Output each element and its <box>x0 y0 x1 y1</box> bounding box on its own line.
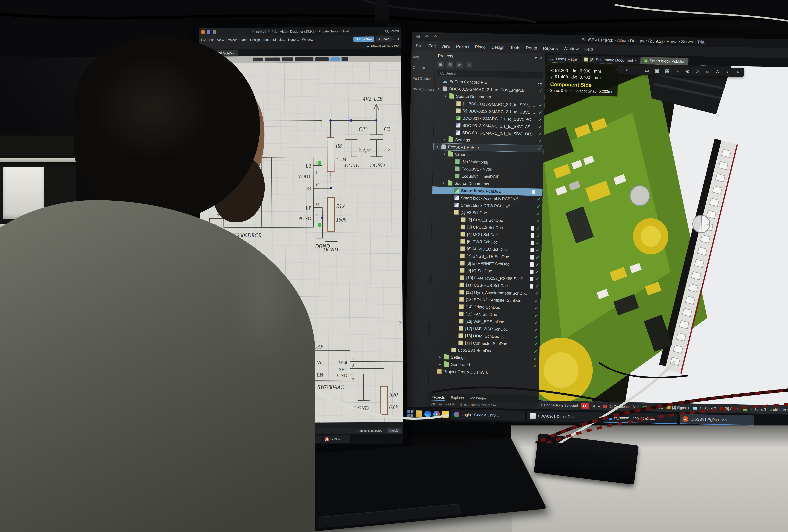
taskbar-app-button[interactable]: w_spase - app_stm32l... <box>603 412 677 424</box>
menu-item[interactable]: Window <box>564 46 579 52</box>
layer-tab[interactable]: [6] Signal 3 <box>743 407 766 411</box>
scroll-right-icon[interactable] <box>598 403 600 409</box>
menu-item[interactable]: Project <box>227 38 237 42</box>
sheet-chip[interactable] <box>295 57 313 61</box>
crosshair-icon[interactable] <box>634 67 640 73</box>
layer-tab[interactable]: [1] Component Side <box>603 404 639 409</box>
tree-expand-icon[interactable]: ▾ <box>435 145 439 149</box>
panel-tab[interactable]: Projects <box>431 394 445 400</box>
layer-tab[interactable]: [4] Signal 2 <box>693 406 716 411</box>
menu-item[interactable]: Tools <box>510 45 520 50</box>
val-c23[interactable]: 2.2µF <box>359 146 371 153</box>
sheet-chip[interactable] <box>282 57 293 61</box>
tree-expand-icon[interactable] <box>454 277 458 278</box>
gear-icon[interactable] <box>396 37 399 41</box>
taskbar-app-button[interactable]: BDC-0301-Direct Driv... <box>527 411 601 422</box>
menu-item[interactable]: Tools <box>263 38 270 42</box>
tree-expand-icon[interactable]: ▾ <box>441 181 446 185</box>
search-button[interactable]: Search <box>385 29 399 33</box>
tree-expand-icon[interactable] <box>449 169 453 169</box>
tree-expand-icon[interactable]: ▾ <box>436 87 441 91</box>
panel-settings-icon[interactable] <box>466 62 472 68</box>
via-icon[interactable] <box>685 68 690 74</box>
tree-expand-icon[interactable]: ▾ <box>442 152 446 156</box>
tree-expand-icon[interactable] <box>454 234 459 234</box>
tree-expand-icon[interactable]: ▾ <box>448 210 452 214</box>
edge-icon[interactable] <box>425 411 431 417</box>
tree-expand-icon[interactable] <box>453 314 457 314</box>
ref-r12[interactable]: R12 <box>336 203 345 210</box>
panel-tab[interactable]: Explorer <box>450 395 465 400</box>
more-options-icon[interactable] <box>538 81 543 86</box>
taskbar-app-button[interactable]: EcoSBV1.PrjPcb - Alti... <box>679 414 754 426</box>
document-tab[interactable]: (8) Schematic Document ▾ <box>580 56 640 64</box>
share-button[interactable]: Share <box>376 36 392 42</box>
menu-item[interactable]: Project <box>456 44 470 49</box>
sliver-item[interactable]: Part Choices <box>412 76 433 81</box>
menu-item[interactable]: View <box>441 44 451 49</box>
select-rect-icon[interactable] <box>644 68 650 73</box>
scroll-left-icon[interactable] <box>592 403 595 409</box>
tree-expand-icon[interactable] <box>453 328 457 329</box>
menu-item[interactable]: Edit <box>428 43 436 48</box>
menu-item[interactable]: Design <box>250 38 260 42</box>
line-icon[interactable] <box>725 69 730 75</box>
component-icon[interactable] <box>665 68 670 74</box>
panel-tab[interactable]: Messages <box>470 395 487 401</box>
polygon-icon[interactable] <box>705 69 710 74</box>
sliver-item[interactable]: Add <box>413 55 433 59</box>
net-label-4v2-lte[interactable]: 4V2_LTE <box>363 96 383 102</box>
tree-expand-icon[interactable]: ▸ <box>442 138 447 141</box>
start-button[interactable] <box>407 410 414 417</box>
val-r20[interactable]: 6.8k <box>389 404 398 410</box>
home-icon[interactable] <box>393 37 395 41</box>
taskbar-app-button[interactable]: EcoSBV1... <box>323 435 350 443</box>
pad-icon[interactable] <box>695 69 700 74</box>
panel-close-icon[interactable] <box>540 55 543 60</box>
ref-c23[interactable]: C23 <box>359 126 368 133</box>
chrome-icon[interactable] <box>433 411 440 417</box>
part-sy6280[interactable]: SY6280AAC <box>317 384 344 390</box>
menu-item[interactable]: Design <box>491 45 505 50</box>
tree-expand-icon[interactable] <box>450 111 454 111</box>
layer-tab[interactable]: [5] GND2 <box>720 407 740 411</box>
projects-search[interactable]: Search <box>437 70 543 78</box>
ref-r20[interactable]: R20 <box>389 391 398 398</box>
menu-item[interactable]: Edit <box>209 38 214 42</box>
tree-expand-icon[interactable]: ▸ <box>438 355 442 359</box>
tree-expand-icon[interactable] <box>437 81 441 82</box>
chevron-down-icon[interactable] <box>535 55 537 60</box>
sheet-chip[interactable] <box>315 57 329 61</box>
settings-icon[interactable] <box>213 30 216 34</box>
sticky-notes-icon[interactable] <box>442 411 449 418</box>
menu-item[interactable]: Simulate <box>273 38 285 41</box>
sheet-chip[interactable] <box>253 58 263 61</box>
undo-icon[interactable] <box>424 34 430 39</box>
tree-expand-icon[interactable] <box>454 256 458 256</box>
snap-icon[interactable] <box>624 67 630 73</box>
menu-item[interactable]: File <box>201 38 206 42</box>
tree-expand-icon[interactable] <box>454 270 458 271</box>
layer-tab[interactable]: [3] Signal 1 <box>667 406 690 410</box>
layer-set-button[interactable]: LS <box>581 403 589 409</box>
document-tab[interactable]: Home Page ▾ <box>547 55 580 63</box>
menu-item[interactable]: Reports <box>543 46 558 51</box>
document-tab[interactable]: Smart block.PcbDoc ▾ <box>640 57 688 65</box>
val-c24-clipped[interactable]: 2.2 <box>384 146 390 152</box>
ref-c24-clipped[interactable]: C2 <box>384 126 390 132</box>
align-icon[interactable] <box>654 68 660 73</box>
tree-expand-icon[interactable] <box>448 205 452 205</box>
buy-now-button[interactable]: Buy Now <box>353 37 374 42</box>
route-icon[interactable] <box>674 68 680 74</box>
tab-dropdown-icon[interactable]: ▾ <box>635 59 637 62</box>
file-explorer-icon[interactable] <box>416 410 422 417</box>
redo-icon[interactable] <box>433 34 439 39</box>
tree-expand-icon[interactable] <box>452 335 457 336</box>
menu-item[interactable]: Window <box>302 38 313 41</box>
menu-item[interactable]: File <box>416 43 423 48</box>
pcb-3d-viewport[interactable]: x: 83,200 dx: -6,900 mm y: 91,400 dy: 8,… <box>538 62 788 406</box>
menu-item[interactable]: Place <box>475 44 486 50</box>
open-project-icon[interactable] <box>447 61 453 68</box>
sheet-chip-active[interactable] <box>331 57 340 61</box>
menu-item[interactable]: Reports <box>288 38 299 41</box>
